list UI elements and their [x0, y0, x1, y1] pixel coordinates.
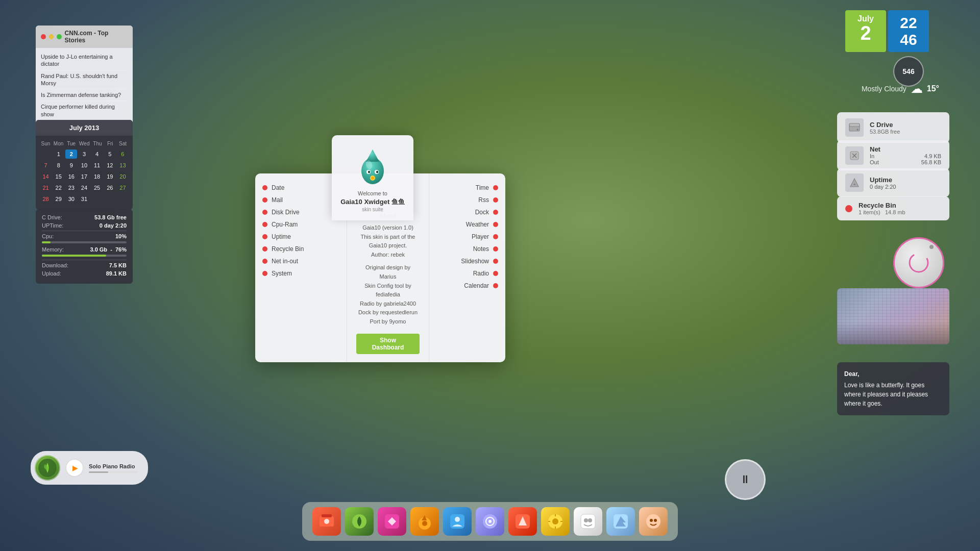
cnn-title: CNN.com - Top Stories	[65, 30, 128, 44]
cal-day-18[interactable]: 18	[91, 172, 103, 181]
cal-day-7[interactable]: 7	[40, 161, 52, 170]
taskbar-icon-8[interactable]	[541, 507, 570, 536]
cal-day-6[interactable]: 6	[117, 149, 129, 159]
volume-knob[interactable]	[893, 237, 944, 288]
taskbar-icon-6[interactable]	[476, 507, 504, 536]
taskbar-icon-10[interactable]	[606, 507, 635, 536]
cal-day-16[interactable]: 16	[65, 172, 77, 181]
net-widget: Net In 4.9 KB Out 56.8 KB	[837, 140, 949, 170]
taskbar-icon-4[interactable]	[410, 507, 439, 536]
cal-day-1[interactable]: 1	[53, 149, 64, 159]
taskbar-icon-11[interactable]	[639, 507, 668, 536]
cnn-item-4[interactable]: Cirque performer killed during show	[41, 101, 128, 120]
cnn-item-2[interactable]: Rand Paul: U.S. shouldn't fund Morsy	[41, 70, 128, 90]
about-dot-uptime	[262, 234, 267, 239]
taskbar-icon-2[interactable]	[345, 507, 374, 536]
about-item-calendar[interactable]: Calendar	[436, 280, 498, 292]
cal-day-13[interactable]: 13	[117, 161, 129, 170]
cnn-item-1[interactable]: Upside to J-Lo entertaining a dictator	[41, 51, 128, 70]
cal-day-9[interactable]: 9	[65, 161, 77, 170]
cal-day-19[interactable]: 19	[104, 172, 116, 181]
svg-point-8	[910, 254, 928, 272]
taskbar-icon-5[interactable]	[443, 507, 472, 536]
svg-point-22	[324, 519, 329, 524]
cal-grid: Sun Mon Tue Wed Thu Fri Sat 1 2 3 4 5 6 …	[36, 136, 133, 210]
cal-day-14[interactable]: 14	[40, 172, 52, 181]
taskbar-icon-1[interactable]	[312, 507, 341, 536]
sysinfo-mem-bar	[42, 255, 127, 257]
cal-day-4[interactable]: 4	[91, 149, 103, 159]
about-port: Port by 9yomo	[356, 317, 420, 327]
cal-day-22[interactable]: 22	[53, 183, 64, 192]
about-label-radio: Radio	[473, 270, 489, 277]
about-item-diskdrive[interactable]: Disk Drive	[262, 206, 339, 218]
cal-day-20[interactable]: 20	[117, 172, 129, 181]
sysinfo-uptime-row: UPTime: 0 day 2:20	[42, 222, 127, 229]
cnn-item-3[interactable]: Is Zimmerman defense tanking?	[41, 89, 128, 101]
cal-day-8[interactable]: 8	[53, 161, 64, 170]
svg-point-15	[376, 171, 378, 173]
note-widget: Dear, Love is like a butterfly. It goes …	[837, 362, 949, 415]
about-item-rss[interactable]: Rss	[436, 194, 498, 206]
about-item-dock[interactable]: Dock	[436, 206, 498, 218]
sysinfo-dl-label: Download:	[42, 262, 68, 268]
cal-day-29[interactable]: 29	[53, 194, 64, 204]
cal-day-27[interactable]: 27	[117, 183, 129, 192]
taskbar-icon-7[interactable]	[508, 507, 537, 536]
cal-dh-mon: Mon	[53, 140, 64, 147]
cal-day-5[interactable]: 5	[104, 149, 116, 159]
cal-day-17[interactable]: 17	[78, 172, 90, 181]
cal-day-23[interactable]: 23	[65, 183, 77, 192]
cal-day-2[interactable]: 2	[65, 149, 77, 159]
svg-point-17	[371, 177, 374, 180]
cal-day-21[interactable]: 21	[40, 183, 52, 192]
about-item-slideshow[interactable]: Slideshow	[436, 255, 498, 267]
cal-day-3[interactable]: 3	[78, 149, 90, 159]
big-player-ring[interactable]: ⏸	[725, 459, 766, 500]
cdrive-free: 53.8GB free	[870, 129, 941, 135]
about-rdot-notes	[493, 246, 498, 252]
about-item-weather[interactable]: Weather	[436, 218, 498, 231]
about-item-system[interactable]: System	[262, 267, 339, 280]
cal-day-26[interactable]: 26	[104, 183, 116, 192]
about-item-netinout[interactable]: Net in-out	[262, 255, 339, 267]
photo-widget	[837, 288, 949, 344]
cnn-widget: CNN.com - Top Stories Upside to J-Lo ent…	[36, 26, 133, 133]
about-item-mail[interactable]: Mail	[262, 194, 339, 206]
sysinfo-cdrive-val: 53.8 Gb free	[94, 214, 127, 220]
taskbar-icon-9[interactable]	[574, 507, 602, 536]
cal-week-5: 28 29 30 31	[40, 194, 129, 204]
about-item-player[interactable]: Player	[436, 231, 498, 243]
cal-day-25[interactable]: 25	[91, 183, 103, 192]
cpu-counter-value: 546	[902, 67, 914, 76]
cal-day-10[interactable]: 10	[78, 161, 90, 170]
weather-widget: Mostly Cloudy ☁ 15°	[862, 82, 939, 96]
about-item-uptime[interactable]: Uptime	[262, 231, 339, 243]
big-music-player[interactable]: ⏸	[725, 459, 766, 500]
taskbar-icon-3[interactable]	[378, 507, 406, 536]
cal-day-11[interactable]: 11	[91, 161, 103, 170]
music-play-button[interactable]: ▶	[65, 459, 84, 477]
about-item-date[interactable]: Date	[262, 182, 339, 194]
show-dashboard-button[interactable]: Show Dashboard	[356, 334, 420, 354]
net-in-val: 4.9 KB	[924, 153, 941, 159]
cal-day-30[interactable]: 30	[65, 194, 77, 204]
cal-day-24[interactable]: 24	[78, 183, 90, 192]
about-item-notes[interactable]: Notes	[436, 243, 498, 255]
time-box: 22 46	[888, 10, 929, 52]
volume-widget[interactable]	[888, 232, 949, 293]
cal-day-headers: Sun Mon Tue Wed Thu Fri Sat	[40, 140, 129, 147]
about-item-radio[interactable]: Radio	[436, 267, 498, 280]
about-item-time[interactable]: Time	[436, 182, 498, 194]
cal-day-28[interactable]: 28	[40, 194, 52, 204]
about-item-recycle[interactable]: Recycle Bin	[262, 243, 339, 255]
about-item-cpuram[interactable]: Cpu-Ram	[262, 218, 339, 231]
about-rdot-slideshow	[493, 259, 498, 264]
music-play-icon: ▶	[72, 464, 78, 472]
cal-day-12[interactable]: 12	[104, 161, 116, 170]
sysinfo-cpu-val: 10%	[115, 233, 127, 239]
sysinfo-cdrive-label: C Drive:	[42, 214, 62, 220]
cal-day-31[interactable]: 31	[78, 194, 90, 204]
about-label-recycle: Recycle Bin	[272, 245, 304, 253]
cal-day-15[interactable]: 15	[53, 172, 64, 181]
